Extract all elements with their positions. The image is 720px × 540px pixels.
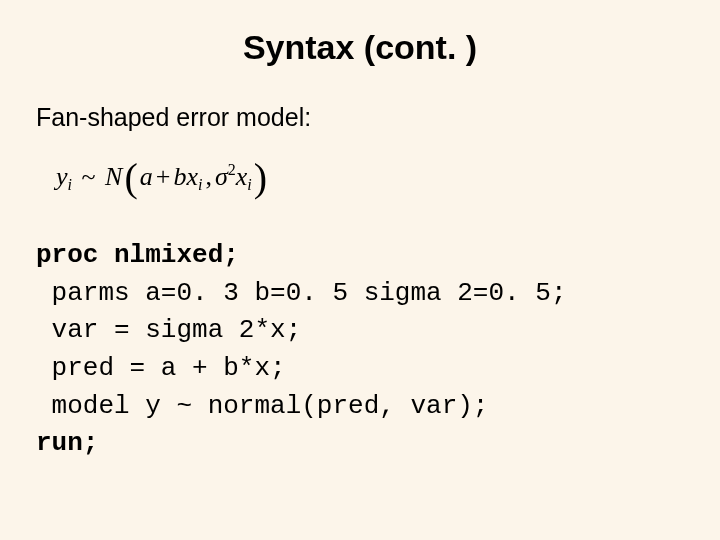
code-line-3: var = sigma 2*x; [36,315,301,345]
code-line-5: model y ~ normal(pred, var); [36,391,488,421]
formula-b: b [173,162,186,191]
code-line-4: pred = a + b*x; [36,353,286,383]
formula-lparen: ( [122,155,139,200]
code-line-2: parms a=0. 3 b=0. 5 sigma 2=0. 5; [36,278,567,308]
model-formula: yi ~ N(a+bxi,σ2xi) [56,154,684,201]
formula-y: y [56,162,68,191]
formula-tilde: ~ [79,162,99,191]
formula-a: a [140,162,153,191]
code-line-6: run; [36,428,98,458]
formula-x1: x [186,162,198,191]
formula-comma: , [202,162,215,191]
formula-rparen: ) [252,155,269,200]
code-line-1: proc nlmixed; [36,240,239,270]
model-description: Fan-shaped error model: [36,103,684,132]
formula-sigma: σ [215,162,228,191]
slide-title: Syntax (cont. ) [36,28,684,67]
formula-N: N [105,162,122,191]
formula-y-sub: i [68,176,72,193]
formula-plus: + [153,162,174,191]
formula-x2: x [236,162,248,191]
code-block: proc nlmixed; parms a=0. 3 b=0. 5 sigma … [36,237,684,463]
slide: Syntax (cont. ) Fan-shaped error model: … [0,0,720,540]
formula-sigma-sup: 2 [228,161,236,178]
